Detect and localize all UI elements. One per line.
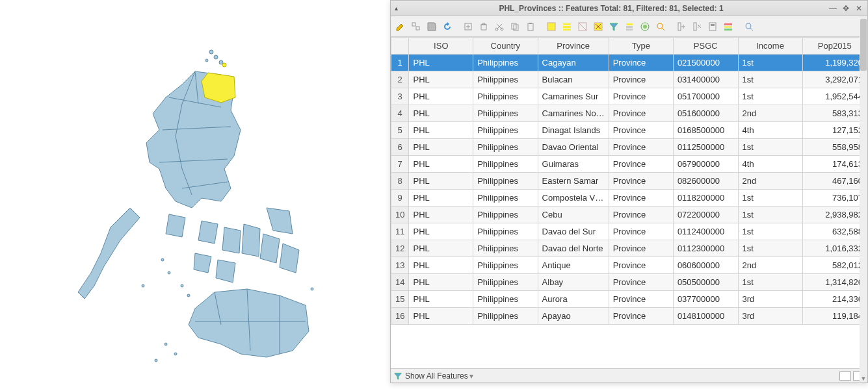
cell-rownum[interactable]: 15 [391,291,409,308]
cell-iso[interactable]: PHL [409,207,473,223]
cell-pop[interactable]: 174,613 [802,156,867,173]
multi-edit-icon[interactable] [409,19,423,34]
maximize-button[interactable]: ✥ [841,4,850,13]
toggle-edit-icon[interactable] [393,19,408,34]
cell-type[interactable]: Province [609,257,673,274]
cell-psgc[interactable]: 051700000 [673,88,738,105]
cell-rownum[interactable]: 16 [391,308,409,325]
cell-psgc[interactable]: 051600000 [673,105,738,122]
cell-type[interactable]: Province [609,223,673,240]
cell-pop[interactable]: 582,012 [802,257,867,274]
cell-psgc[interactable]: 0112500000 [673,139,738,156]
close-button[interactable]: ✕ [854,4,863,13]
cell-rownum[interactable]: 2 [391,71,409,88]
cell-country[interactable]: Philippines [473,105,538,122]
window-titlebar[interactable]: ▴ PHL_Provinces :: Features Total: 81, F… [391,1,867,16]
cell-income[interactable]: 2nd [738,257,802,274]
cell-iso[interactable]: PHL [409,88,473,105]
cell-type[interactable]: Province [609,105,673,122]
pan-to-selected-icon[interactable] [638,19,652,34]
cell-income[interactable]: 1st [738,88,802,105]
field-calculator-icon[interactable] [705,19,720,34]
paste-icon[interactable] [523,19,538,34]
filter-icon[interactable] [607,19,621,34]
cell-province[interactable]: Davao del Sur [538,223,609,240]
cell-psgc[interactable]: 0112400000 [673,223,738,240]
cell-province[interactable]: Apayao [538,308,609,325]
cell-pop[interactable]: 127,152 [802,122,867,139]
delete-field-icon[interactable] [690,19,704,34]
cell-income[interactable]: 1st [738,274,802,291]
cell-iso[interactable]: PHL [409,122,473,139]
cell-province[interactable]: Dinagat Islands [538,122,609,139]
cell-pop[interactable]: 632,588 [802,223,867,240]
cell-income[interactable]: 1st [738,240,802,257]
cell-type[interactable]: Province [609,173,673,190]
zoom-to-selected-icon[interactable] [653,19,668,34]
table-row[interactable]: 14PHLPhilippinesAlbayProvince0505000001s… [391,274,867,291]
cell-type[interactable]: Province [609,156,673,173]
table-row[interactable]: 1PHLPhilippinesCagayanProvince0215000001… [391,55,867,71]
cell-country[interactable]: Philippines [473,291,538,308]
col-header-iso[interactable]: ISO [409,38,473,55]
move-selection-top-icon[interactable] [622,19,637,34]
cell-rownum[interactable]: 13 [391,257,409,274]
conditional-format-icon[interactable] [721,19,735,34]
table-row[interactable]: 10PHLPhilippinesCebuProvince0722000001st… [391,207,867,223]
cell-pop[interactable]: 1,952,544 [802,88,867,105]
cell-income[interactable]: 4th [738,156,802,173]
cut-icon[interactable] [492,19,506,34]
scrollbar-thumb[interactable] [860,19,867,71]
cell-income[interactable]: 1st [738,190,802,207]
cell-iso[interactable]: PHL [409,291,473,308]
copy-icon[interactable] [508,19,522,34]
cell-rownum[interactable]: 4 [391,105,409,122]
cell-income[interactable]: 1st [738,55,802,71]
select-all-icon[interactable] [560,19,574,34]
cell-psgc[interactable]: 031400000 [673,71,738,88]
cell-province[interactable]: Compostela V… [538,190,609,207]
cell-pop[interactable]: 558,958 [802,139,867,156]
vertical-scrollbar[interactable]: ▲ ▼ [860,16,867,383]
table-row[interactable]: 7PHLPhilippinesGuimarasProvince067900000… [391,156,867,173]
cell-province[interactable]: Eastern Samar [538,173,609,190]
scroll-down-icon[interactable]: ▼ [860,375,867,383]
table-row[interactable]: 9PHLPhilippinesCompostela V…Province0118… [391,190,867,207]
filter-mode-dropdown-icon[interactable]: ▾ [469,371,473,381]
cell-province[interactable]: Camarines No… [538,105,609,122]
table-row[interactable]: 11PHLPhilippinesDavao del SurProvince011… [391,223,867,240]
cell-province[interactable]: Guimaras [538,156,609,173]
cell-income[interactable]: 1st [738,223,802,240]
cell-type[interactable]: Province [609,240,673,257]
cell-type[interactable]: Province [609,71,673,88]
cell-country[interactable]: Philippines [473,207,538,223]
cell-pop[interactable]: 119,184 [802,308,867,325]
filter-mode-label[interactable]: Show All Features [405,371,468,381]
cell-rownum[interactable]: 12 [391,240,409,257]
table-row[interactable]: 15PHLPhilippinesAuroraProvince0377000003… [391,291,867,308]
cell-province[interactable]: Albay [538,274,609,291]
delete-feature-icon[interactable] [477,19,491,34]
cell-country[interactable]: Philippines [473,308,538,325]
cell-type[interactable]: Province [609,207,673,223]
cell-country[interactable]: Philippines [473,223,538,240]
cell-rownum[interactable]: 9 [391,190,409,207]
cell-iso[interactable]: PHL [409,105,473,122]
table-row[interactable]: 5PHLPhilippinesDinagat IslandsProvince01… [391,122,867,139]
cell-iso[interactable]: PHL [409,240,473,257]
table-row[interactable]: 12PHLPhilippinesDavao del NorteProvince0… [391,240,867,257]
cell-income[interactable]: 2nd [738,173,802,190]
cell-pop[interactable]: 736,107 [802,190,867,207]
cell-psgc[interactable]: 060600000 [673,257,738,274]
new-field-icon[interactable] [674,19,689,34]
select-expression-icon[interactable] [544,19,559,34]
cell-iso[interactable]: PHL [409,257,473,274]
cell-income[interactable]: 4th [738,122,802,139]
save-edits-icon[interactable] [425,19,439,34]
invert-selection-icon[interactable] [575,19,590,34]
table-row[interactable]: 3PHLPhilippinesCamarines SurProvince0517… [391,88,867,105]
cell-psgc[interactable]: 0112300000 [673,240,738,257]
cell-country[interactable]: Philippines [473,274,538,291]
cell-rownum[interactable]: 8 [391,173,409,190]
filter-small-icon[interactable] [393,371,402,381]
